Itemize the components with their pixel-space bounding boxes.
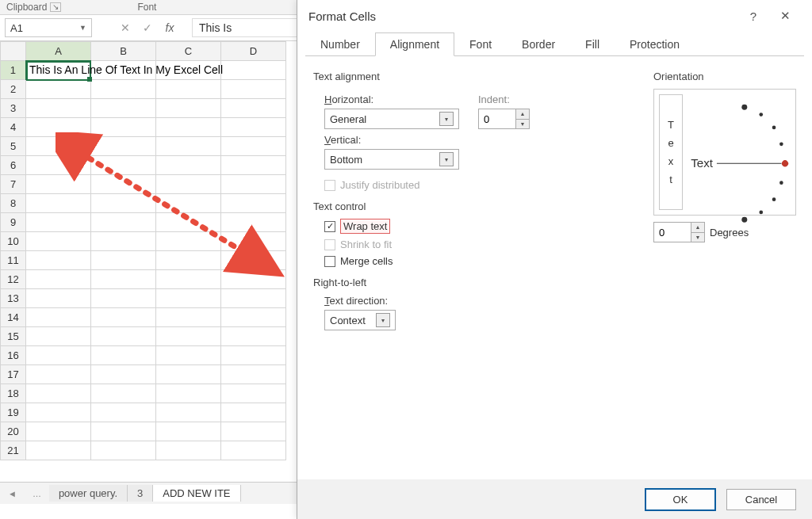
horizontal-select[interactable]: General ▾ (324, 109, 459, 129)
section-orientation: Orientation (653, 71, 796, 82)
tab-fill[interactable]: Fill (570, 32, 615, 56)
orientation-text-label: Text (691, 156, 714, 170)
text-direction-select[interactable]: Context ▾ (324, 310, 396, 330)
svg-point-4 (779, 143, 783, 147)
section-text-alignment: Text alignment (313, 71, 653, 82)
horizontal-value: General (330, 113, 366, 125)
degrees-value[interactable] (654, 223, 691, 242)
col-header-B[interactable]: B (91, 42, 156, 61)
row-header[interactable]: 5 (1, 137, 26, 156)
spin-down-icon[interactable]: ▼ (691, 233, 704, 242)
row-header[interactable]: 20 (1, 422, 26, 441)
ribbon-group-clipboard: Clipboard (6, 2, 47, 13)
label-text-direction: Text direction: (324, 295, 653, 307)
svg-point-6 (779, 181, 783, 185)
indent-value[interactable] (479, 109, 515, 128)
col-header-D[interactable]: D (221, 42, 286, 61)
label-horizontal: HHorizontal:orizontal: (324, 93, 459, 105)
section-rtl: Right-to-left (313, 277, 653, 288)
spin-up-icon[interactable]: ▲ (516, 109, 529, 120)
svg-point-2 (759, 113, 763, 116)
svg-point-9 (741, 217, 747, 223)
row-header[interactable]: 12 (1, 270, 26, 289)
row-header[interactable]: 16 (1, 346, 26, 365)
name-box-value: A1 (10, 22, 23, 34)
row-header[interactable]: 15 (1, 327, 26, 346)
label-vertical: Vertical: (324, 134, 459, 146)
svg-point-3 (772, 126, 776, 130)
chevron-down-icon: ▾ (439, 112, 454, 126)
indent-stepper[interactable]: ▲▼ (478, 109, 530, 129)
tab-alignment[interactable]: Alignment (375, 32, 454, 56)
row-header[interactable]: 6 (1, 156, 26, 175)
tab-border[interactable]: Border (507, 32, 570, 56)
row-header[interactable]: 14 (1, 308, 26, 327)
row-header[interactable]: 10 (1, 232, 26, 251)
row-header[interactable]: 18 (1, 384, 26, 403)
vertical-select[interactable]: Bottom ▾ (324, 149, 459, 170)
row-header[interactable]: 9 (1, 213, 26, 232)
row-header[interactable]: 3 (1, 99, 26, 118)
spin-down-icon[interactable]: ▼ (516, 120, 529, 129)
chevron-down-icon: ▾ (376, 313, 390, 327)
row-header[interactable]: 8 (1, 194, 26, 213)
select-all-corner[interactable] (1, 42, 26, 61)
svg-point-7 (772, 197, 776, 201)
accept-formula-icon[interactable]: ✓ (136, 21, 159, 34)
section-text-control: Text control (313, 200, 653, 212)
orientation-dial[interactable]: Text Text (689, 94, 791, 210)
sheet-tab[interactable]: 3 (128, 485, 153, 502)
tab-number[interactable]: Number (305, 32, 375, 56)
justify-checkbox: Justify distributed (324, 179, 653, 191)
sheet-nav-more-icon[interactable]: … (25, 489, 49, 498)
dialog-tabs: Number Alignment Font Border Fill Protec… (305, 32, 804, 56)
row-header[interactable]: 21 (1, 441, 26, 460)
tab-protection[interactable]: Protection (615, 32, 695, 56)
orientation-control[interactable]: T e x t Text Text (653, 89, 796, 216)
ribbon-clipboard-launcher-icon[interactable]: ↘ (50, 2, 61, 12)
sheet-nav-left-icon[interactable]: ◄ (0, 489, 25, 498)
dialog-footer: OK Cancel (297, 479, 812, 519)
tab-font[interactable]: Font (454, 32, 507, 56)
row-header[interactable]: 11 (1, 251, 26, 270)
svg-point-1 (741, 105, 747, 110)
dialog-help-button[interactable]: ? (737, 10, 769, 23)
svg-point-5 (780, 159, 790, 169)
format-cells-dialog: Format Cells ? ✕ Number Alignment Font B… (297, 0, 812, 519)
wrap-text-checkbox[interactable]: ✓ Wrap text Wrap text (324, 219, 653, 234)
row-header[interactable]: 13 (1, 289, 26, 308)
row-header[interactable]: 19 (1, 403, 26, 422)
svg-point-8 (759, 211, 763, 215)
chevron-down-icon: ▾ (439, 152, 454, 166)
direction-value: Context (330, 315, 366, 326)
shrink-checkbox: Shrink to fit (324, 239, 653, 250)
col-header-A[interactable]: A (26, 42, 91, 61)
dialog-title: Format Cells (308, 10, 376, 23)
orientation-vertical-text[interactable]: T e x t (659, 94, 683, 210)
row-header[interactable]: 1 (1, 61, 26, 80)
row-header[interactable]: 17 (1, 365, 26, 384)
ribbon-group-font: Font (137, 2, 156, 13)
row-header[interactable]: 2 (1, 80, 26, 99)
sheet-tab[interactable]: power query. (49, 485, 128, 502)
sheet-tab[interactable]: ADD NEW ITE (153, 485, 240, 502)
merge-checkbox[interactable]: Merge cells Merge cells (324, 255, 653, 267)
insert-function-icon[interactable]: fx (159, 21, 181, 34)
label-indent: Indent: (478, 93, 530, 105)
checkmark-icon: ✓ (324, 221, 335, 232)
row-header[interactable]: 7 (1, 175, 26, 194)
ok-button[interactable]: OK (645, 489, 715, 510)
cell-a1-overflow-text: This Is An Line Of Text In My Excel Cell (29, 63, 223, 76)
dialog-close-button[interactable]: ✕ (769, 9, 801, 23)
name-box-dropdown-icon[interactable]: ▼ (79, 24, 86, 32)
col-header-C[interactable]: C (156, 42, 221, 61)
row-header[interactable]: 4 (1, 118, 26, 137)
cancel-formula-icon[interactable]: ✕ (114, 21, 136, 34)
name-box[interactable]: A1 ▼ (5, 18, 92, 37)
vertical-value: Bottom (330, 154, 362, 166)
cancel-button[interactable]: Cancel (726, 489, 796, 510)
dialog-titlebar: Format Cells ? ✕ (297, 0, 812, 32)
